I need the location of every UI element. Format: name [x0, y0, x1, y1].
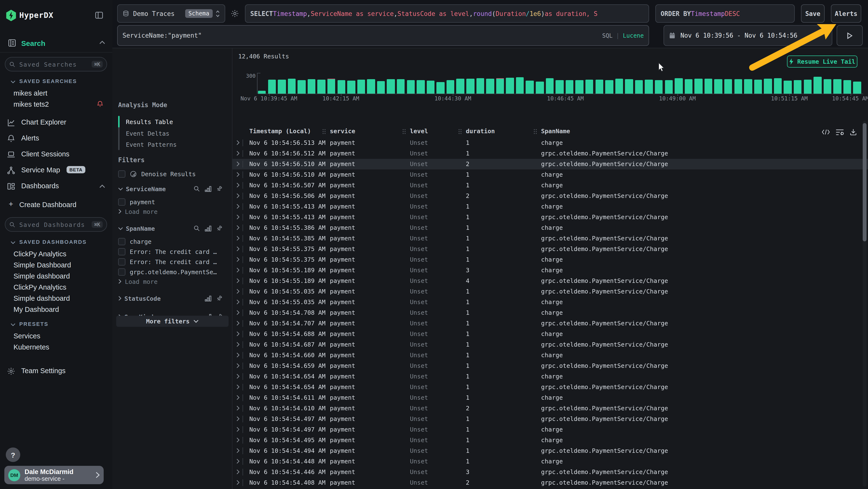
filter-group-SpanName[interactable]: SpanName — [112, 223, 232, 234]
histogram-bar[interactable] — [556, 80, 563, 94]
search-icon[interactable] — [193, 225, 200, 232]
histogram-bar[interactable] — [705, 79, 712, 94]
mode-event-patterns[interactable]: Event Patterns — [126, 140, 177, 149]
saved-dashboard-item[interactable]: Simple Dashboard — [0, 259, 112, 270]
expand-row-icon[interactable] — [236, 161, 240, 167]
expand-row-icon[interactable] — [236, 342, 240, 347]
table-row[interactable]: Nov 6 10:54:54.408 AMpaymentUnset2grpc.o… — [232, 478, 868, 488]
histogram-bar[interactable] — [476, 78, 484, 94]
table-row[interactable]: Nov 6 10:54:55.035 AMpaymentUnset1charge — [232, 297, 868, 308]
mode-sql-toggle[interactable]: SQL — [602, 32, 613, 39]
expand-row-icon[interactable] — [236, 236, 240, 241]
expand-row-icon[interactable] — [236, 257, 240, 262]
table-row[interactable]: Nov 6 10:54:56.510 AMpaymentUnset1charge — [232, 169, 868, 180]
search-query-input[interactable]: ServiceName:"payment" SQL | Lucene — [117, 25, 649, 46]
help-button[interactable]: ? — [6, 448, 20, 462]
saved-dashboards-input[interactable]: Saved Dashboards ⌘K — [5, 217, 107, 232]
table-row[interactable]: Nov 6 10:54:54.497 AMpaymentUnset1charge — [232, 424, 868, 435]
table-row[interactable]: Nov 6 10:54:55.035 AMpaymentUnset1grpc.o… — [232, 286, 868, 297]
bar-chart-icon[interactable] — [205, 225, 212, 231]
histogram-bar[interactable] — [347, 81, 355, 94]
table-scrollbar-thumb[interactable] — [863, 123, 867, 241]
table-row[interactable]: Nov 6 10:54:55.386 AMpaymentUnset1charge — [232, 223, 868, 233]
expand-row-icon[interactable] — [236, 459, 240, 464]
expand-row-icon[interactable] — [236, 437, 240, 443]
expand-row-icon[interactable] — [236, 278, 240, 283]
histogram-bar[interactable] — [446, 80, 455, 94]
expand-row-icon[interactable] — [236, 320, 240, 326]
histogram-bar[interactable] — [416, 80, 425, 94]
saved-dashboards-section[interactable]: SAVED DASHBOARDS — [0, 238, 112, 247]
sidebar-item-service-map[interactable]: Service Map BETA — [0, 164, 112, 177]
sidebar-item-team-settings[interactable]: Team Settings — [0, 365, 112, 377]
expand-row-icon[interactable] — [236, 289, 240, 294]
filter-value-row[interactable]: Error: The credit card … — [118, 257, 227, 267]
table-row[interactable]: Nov 6 10:54:54.497 AMpaymentUnset1grpc.o… — [232, 414, 868, 424]
histogram-bar[interactable] — [695, 79, 703, 94]
histogram-bar[interactable] — [298, 80, 306, 94]
filter-checkbox[interactable] — [118, 238, 125, 245]
histogram-bar[interactable] — [377, 81, 385, 94]
run-query-button[interactable] — [837, 25, 863, 46]
table-row[interactable]: Nov 6 10:54:54.654 AMpaymentUnset1charge — [232, 371, 868, 382]
histogram-bar[interactable] — [357, 79, 365, 94]
pin-icon[interactable] — [216, 185, 223, 192]
collapse-sidebar-icon[interactable] — [94, 10, 104, 20]
histogram-bar[interactable] — [615, 79, 623, 94]
table-row[interactable]: Nov 6 10:54:54.495 AMpaymentUnset1charge — [232, 435, 868, 445]
filter-value-row[interactable]: payment — [118, 197, 227, 207]
create-dashboard-button[interactable]: + Create Dashboard — [0, 199, 112, 210]
histogram-bar[interactable] — [407, 80, 415, 94]
histogram-bar[interactable] — [308, 79, 316, 94]
pin-icon[interactable] — [216, 225, 223, 232]
table-row[interactable]: Nov 6 10:54:55.385 AMpaymentUnset1grpc.o… — [232, 233, 868, 244]
alerts-button[interactable]: Alerts — [831, 4, 861, 23]
histogram-bar[interactable] — [268, 79, 276, 94]
expand-row-icon[interactable] — [236, 374, 240, 379]
sidebar-item-client-sessions[interactable]: Client Sessions — [0, 148, 112, 161]
load-more-button[interactable]: Load more — [118, 207, 157, 216]
histogram-bar[interactable] — [337, 80, 345, 94]
expand-row-icon[interactable] — [236, 363, 240, 368]
expand-row-icon[interactable] — [236, 204, 240, 209]
expand-row-icon[interactable] — [236, 331, 240, 337]
histogram-bar[interactable] — [794, 80, 802, 94]
table-row[interactable]: Nov 6 10:54:56.510 AMpaymentUnset2grpc.o… — [232, 159, 868, 169]
saved-dashboard-item[interactable]: My Dashboard — [0, 304, 112, 315]
table-row[interactable]: Nov 6 10:54:54.494 AMpaymentUnset1grpc.o… — [232, 445, 868, 456]
expand-row-icon[interactable] — [236, 225, 240, 230]
sidebar-item-chart-explorer[interactable]: Chart Explorer — [0, 116, 112, 129]
expand-row-icon[interactable] — [236, 172, 240, 177]
saved-search-item[interactable]: mikes alert — [0, 87, 112, 98]
mode-lucene-toggle[interactable]: Lucene — [623, 32, 644, 39]
denoise-results-row[interactable]: Denoise Results — [118, 169, 227, 179]
histogram-bar[interactable] — [585, 80, 593, 94]
expand-row-icon[interactable] — [236, 310, 240, 315]
histogram-bar[interactable] — [675, 78, 683, 94]
table-row[interactable]: Nov 6 10:54:54.610 AMpaymentUnset2grpc.o… — [232, 403, 868, 414]
histogram-bar[interactable] — [724, 79, 732, 94]
table-row[interactable]: Nov 6 10:54:56.513 AMpaymentUnset1charge — [232, 138, 868, 148]
presets-section[interactable]: PRESETS — [0, 320, 112, 329]
histogram-bar[interactable] — [486, 79, 494, 94]
filter-group-ServiceName[interactable]: ServiceName — [112, 183, 232, 194]
preset-item[interactable]: Services — [0, 330, 112, 341]
histogram-bar[interactable] — [328, 79, 335, 94]
date-range-picker[interactable]: Nov 6 10:39:56 - Nov 6 10:54:56 — [663, 25, 832, 46]
table-row[interactable]: Nov 6 10:54:54.688 AMpaymentUnset1charge — [232, 329, 868, 339]
table-row[interactable]: Nov 6 10:54:56.506 AMpaymentUnset2grpc.o… — [232, 191, 868, 201]
saved-search-item[interactable]: mikes tets2 — [0, 98, 112, 110]
histogram-bar[interactable] — [526, 81, 534, 94]
saved-dashboard-item[interactable]: ClickPy Analytics — [0, 282, 112, 292]
filter-group-StatusCode[interactable]: StatusCode — [112, 293, 232, 304]
expand-row-icon[interactable] — [236, 427, 240, 432]
histogram-bar[interactable] — [843, 80, 851, 94]
histogram-bar[interactable] — [834, 79, 841, 94]
histogram-bar[interactable] — [655, 80, 663, 94]
pin-icon[interactable] — [216, 295, 223, 302]
histogram-bar[interactable] — [824, 79, 831, 94]
expand-row-icon[interactable] — [236, 151, 240, 156]
histogram-bar[interactable] — [774, 79, 782, 94]
histogram-bar[interactable] — [635, 80, 643, 94]
histogram-bar[interactable] — [813, 77, 822, 94]
